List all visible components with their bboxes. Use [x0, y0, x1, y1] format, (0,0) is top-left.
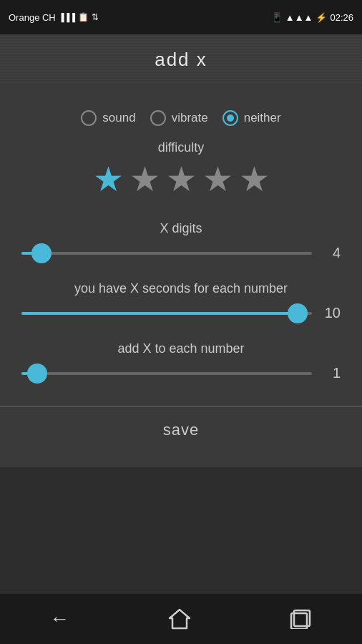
- recents-icon: [290, 609, 313, 629]
- add-x-label: add X to each number: [21, 341, 341, 356]
- phone-icon: 📱: [271, 12, 283, 23]
- seconds-thumb[interactable]: [288, 303, 308, 323]
- carrier-text: Orange CH: [9, 12, 56, 23]
- status-left: Orange CH ▐▐▐ 📋 ⇅: [9, 12, 99, 23]
- home-button[interactable]: [168, 608, 191, 630]
- radio-vibrate[interactable]: vibrate: [150, 110, 208, 126]
- status-right: 📱 ▲▲▲ ⚡ 02:26: [271, 12, 353, 23]
- page-title: add x: [155, 49, 207, 71]
- signal-icon: ▐▐▐: [59, 13, 75, 21]
- x-digits-label: X digits: [21, 221, 341, 236]
- main-content: sound vibrate neither difficulty ★ ★ ★ ★…: [0, 84, 362, 467]
- star-4[interactable]: ★: [202, 162, 233, 197]
- radio-label-neither: neither: [244, 111, 281, 125]
- battery-icon: ⚡: [315, 12, 327, 23]
- radio-circle-vibrate[interactable]: [150, 110, 166, 126]
- x-digits-slider[interactable]: [21, 252, 312, 255]
- wifi-icon: ▲▲▲: [285, 12, 313, 23]
- back-icon: ←: [49, 608, 69, 630]
- time-text: 02:26: [330, 12, 353, 23]
- transfer-icon: ⇅: [92, 12, 99, 22]
- radio-circle-sound[interactable]: [81, 110, 97, 126]
- svg-marker-0: [170, 610, 190, 628]
- seconds-fill: [21, 312, 298, 315]
- seconds-slider[interactable]: [21, 312, 312, 315]
- home-icon: [168, 608, 191, 630]
- difficulty-label: difficulty: [21, 140, 341, 155]
- nav-bar: ←: [0, 594, 362, 644]
- radio-label-sound: sound: [102, 111, 135, 125]
- star-2[interactable]: ★: [129, 162, 160, 197]
- title-bar: add x: [0, 34, 362, 84]
- recents-button[interactable]: [290, 609, 313, 629]
- radio-circle-neither[interactable]: [222, 110, 238, 126]
- star-3[interactable]: ★: [166, 162, 197, 197]
- seconds-value: 10: [321, 305, 341, 321]
- add-x-slider-row: 1: [21, 365, 341, 381]
- difficulty-section: difficulty ★ ★ ★ ★ ★: [21, 140, 341, 214]
- add-x-value: 1: [321, 365, 341, 381]
- star-1[interactable]: ★: [93, 162, 124, 197]
- add-x-section: add X to each number 1: [21, 341, 341, 381]
- stars-container[interactable]: ★ ★ ★ ★ ★: [21, 162, 341, 197]
- star-5[interactable]: ★: [239, 162, 270, 197]
- radio-neither[interactable]: neither: [222, 110, 281, 126]
- status-bar: Orange CH ▐▐▐ 📋 ⇅ 📱 ▲▲▲ ⚡ 02:26: [0, 0, 362, 34]
- x-digits-value: 4: [321, 245, 341, 261]
- radio-group: sound vibrate neither: [21, 99, 341, 140]
- radio-sound[interactable]: sound: [81, 110, 135, 126]
- x-digits-section: X digits 4: [21, 221, 341, 261]
- x-digits-thumb[interactable]: [31, 243, 52, 263]
- x-digits-slider-row: 4: [21, 245, 341, 261]
- save-button[interactable]: save: [21, 407, 341, 453]
- radio-label-vibrate: vibrate: [172, 111, 208, 125]
- back-button[interactable]: ←: [49, 608, 69, 630]
- add-x-thumb[interactable]: [27, 364, 47, 384]
- sim-icon: 📋: [78, 12, 89, 22]
- add-x-slider[interactable]: [21, 372, 312, 375]
- seconds-slider-row: 10: [21, 305, 341, 321]
- seconds-section: you have X seconds for each number 10: [21, 281, 341, 321]
- seconds-label: you have X seconds for each number: [21, 281, 341, 296]
